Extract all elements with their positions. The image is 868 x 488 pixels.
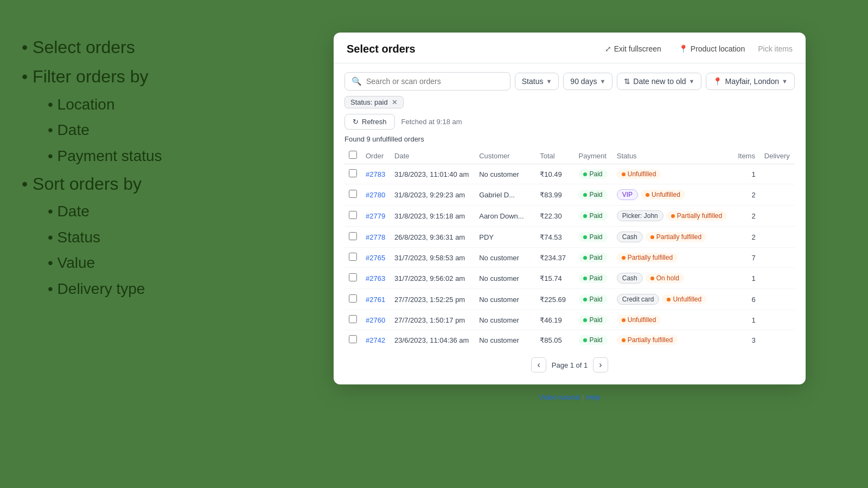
- row-status-8: Partially fulfilled: [612, 330, 733, 350]
- row-order-4: #2765: [361, 248, 390, 268]
- row-checkbox-5[interactable]: [349, 273, 357, 281]
- row-total-6: ₹225.69: [535, 289, 574, 310]
- badge-dot: [583, 214, 587, 218]
- col-header-items: Items: [733, 147, 760, 164]
- row-customer-5: No customer: [475, 268, 535, 289]
- badge-paid: Paid: [578, 315, 607, 325]
- row-order-3: #2778: [361, 227, 390, 248]
- days-filter-button[interactable]: 90 days ▼: [563, 73, 612, 90]
- video-tutorial-link[interactable]: Video tutorial: [539, 393, 580, 401]
- badge-dot: [583, 235, 587, 239]
- sub-location: Location: [48, 92, 250, 118]
- row-status-5: CashOn hold: [612, 268, 733, 289]
- row-date-2: 31/8/2023, 9:15:18 am: [390, 206, 475, 227]
- row-customer-7: No customer: [475, 310, 535, 330]
- location-arrow-icon: ▼: [782, 78, 788, 85]
- badge-dot: [622, 338, 626, 342]
- row-date-7: 27/7/2023, 1:50:17 pm: [390, 310, 475, 330]
- order-link-0[interactable]: #2783: [366, 170, 385, 178]
- table-row: #2760 27/7/2023, 1:50:17 pm No customer …: [344, 310, 795, 330]
- row-checkbox-1[interactable]: [349, 190, 357, 198]
- sort-arrow-icon: ▼: [689, 78, 695, 85]
- order-link-3[interactable]: #2778: [366, 233, 385, 241]
- badge-dot: [583, 298, 587, 301]
- row-order-5: #2763: [361, 268, 390, 289]
- row-items-3: 2: [733, 227, 760, 248]
- sort-filter-button[interactable]: ⇅ Date new to old ▼: [617, 73, 701, 90]
- table-row: #2763 31/7/2023, 9:56:02 am No customer …: [344, 268, 795, 289]
- filter-tag-close-button[interactable]: ✕: [392, 98, 398, 106]
- row-customer-6: No customer: [475, 289, 535, 310]
- badge-dot: [667, 298, 671, 301]
- search-box[interactable]: 🔍: [344, 72, 510, 91]
- row-checkbox-0[interactable]: [349, 169, 357, 177]
- order-link-8[interactable]: #2742: [366, 336, 385, 344]
- exit-fullscreen-icon: ⤢: [605, 44, 611, 53]
- order-link-7[interactable]: #2760: [366, 316, 385, 324]
- row-payment-3: Paid: [574, 227, 612, 248]
- location-filter-button[interactable]: 📍 Mayfair, London ▼: [706, 73, 795, 90]
- row-order-1: #2780: [361, 184, 390, 206]
- table-row: #2779 31/8/2023, 9:15:18 am Aaron Down..…: [344, 206, 795, 227]
- row-items-4: 7: [733, 248, 760, 268]
- row-items-0: 1: [733, 164, 760, 184]
- row-status-1: VIPUnfulfilled: [612, 184, 733, 206]
- col-header-date: Date: [390, 147, 475, 164]
- select-all-checkbox[interactable]: [349, 151, 357, 159]
- row-status-2: Picker: JohnPartially fulfilled: [612, 206, 733, 227]
- col-header-order: Order: [361, 147, 390, 164]
- order-link-6[interactable]: #2761: [366, 296, 385, 304]
- badge-dot: [622, 172, 626, 176]
- row-total-4: ₹234.37: [535, 248, 574, 268]
- row-status-0: Unfulfilled: [612, 164, 733, 184]
- location-pin-icon: 📍: [713, 77, 722, 86]
- table-body: #2783 31/8/2023, 11:01:40 am No customer…: [344, 164, 795, 350]
- prev-page-button[interactable]: ‹: [531, 357, 546, 373]
- row-checkbox-cell: [344, 268, 361, 289]
- row-payment-6: Paid: [574, 289, 612, 310]
- badge-onhold: On hold: [646, 273, 684, 283]
- row-date-1: 31/8/2023, 9:29:23 am: [390, 184, 475, 206]
- left-panel: Select orders Filter orders by Location …: [0, 0, 271, 334]
- row-payment-1: Paid: [574, 184, 612, 206]
- badge-partial: Partially fulfilled: [646, 232, 706, 242]
- row-total-1: ₹83.99: [535, 184, 574, 206]
- row-checkbox-3[interactable]: [349, 232, 357, 240]
- badge-paid: Paid: [578, 169, 607, 179]
- bullet-select-orders: Select orders: [22, 33, 250, 62]
- row-checkbox-6[interactable]: [349, 294, 357, 303]
- row-order-7: #2760: [361, 310, 390, 330]
- row-checkbox-7[interactable]: [349, 315, 357, 323]
- order-link-5[interactable]: #2763: [366, 274, 385, 282]
- row-checkbox-2[interactable]: [349, 211, 357, 219]
- help-link[interactable]: Help: [586, 393, 601, 401]
- row-delivery-3: [760, 227, 795, 248]
- row-checkbox-8[interactable]: [349, 335, 357, 343]
- row-customer-3: PDY: [475, 227, 535, 248]
- row-customer-0: No customer: [475, 164, 535, 184]
- order-link-4[interactable]: #2765: [366, 254, 385, 262]
- status-filter-button[interactable]: Status ▼: [515, 73, 559, 90]
- badge-paid: Paid: [578, 190, 607, 200]
- product-location-button[interactable]: 📍 Product location: [674, 42, 749, 55]
- modal-title: Select orders: [347, 43, 416, 55]
- row-total-0: ₹10.49: [535, 164, 574, 184]
- pick-items-button[interactable]: Pick items: [758, 44, 793, 53]
- next-page-button[interactable]: ›: [593, 357, 608, 373]
- row-payment-7: Paid: [574, 310, 612, 330]
- row-order-6: #2761: [361, 289, 390, 310]
- order-link-1[interactable]: #2780: [366, 191, 385, 199]
- badge-dot: [583, 277, 587, 280]
- refresh-button[interactable]: ↻ Refresh: [344, 114, 395, 130]
- exit-fullscreen-button[interactable]: ⤢ Exit fullscreen: [601, 42, 666, 55]
- table-row: #2765 31/7/2023, 9:58:53 am No customer …: [344, 248, 795, 268]
- row-checkbox-4[interactable]: [349, 253, 357, 261]
- sub-sort-delivery: Delivery type: [48, 276, 250, 302]
- fetched-text: Fetched at 9:18 am: [401, 118, 462, 126]
- row-order-2: #2779: [361, 206, 390, 227]
- row-date-3: 26/8/2023, 9:36:31 am: [390, 227, 475, 248]
- badge-vip: VIP: [617, 189, 638, 200]
- table-row: #2778 26/8/2023, 9:36:31 am PDY ₹74.53 P…: [344, 227, 795, 248]
- order-link-2[interactable]: #2779: [366, 212, 385, 220]
- search-input[interactable]: [366, 77, 503, 86]
